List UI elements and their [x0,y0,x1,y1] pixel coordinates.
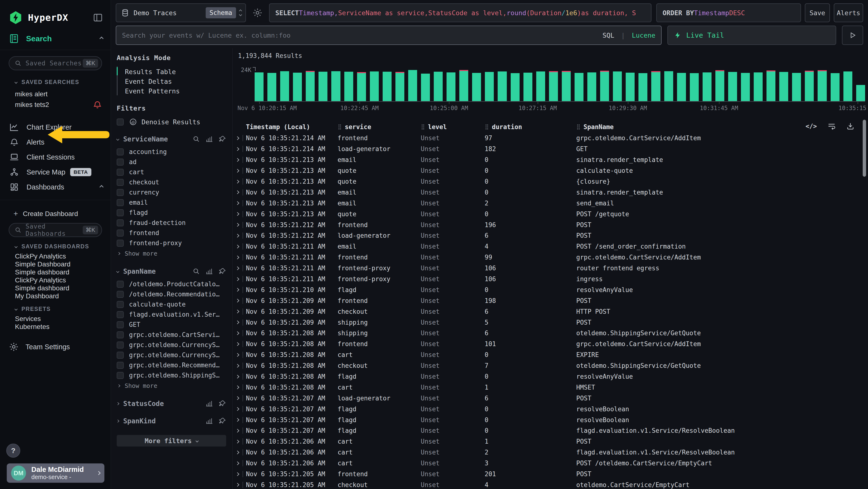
histogram-bar[interactable] [370,71,379,101]
histogram-bar[interactable] [651,71,660,101]
table-row[interactable]: Nov 6 10:35:21.207 AMflagdUnset0resolveB… [233,404,868,414]
chevron-right-icon[interactable] [236,255,240,259]
histogram-bar[interactable] [856,85,865,101]
chevron-right-icon[interactable] [236,418,240,422]
table-row[interactable]: Nov 6 10:35:21.205 AMcheckoutUnset4oteld… [233,480,868,489]
checkbox[interactable] [117,352,124,359]
histogram-bar[interactable] [396,72,404,101]
expand-cell[interactable] [233,438,246,444]
expand-cell[interactable] [233,427,246,434]
chevron-right-icon[interactable] [236,212,240,216]
checkbox[interactable] [117,342,124,348]
histogram-bar[interactable] [613,71,622,101]
analysis-mode-event-deltas[interactable]: Event Deltas [118,76,226,86]
filter-option[interactable]: GET [117,320,226,330]
table-row[interactable]: Nov 6 10:35:21.205 AMfrontendUnset201POS… [233,469,868,480]
histogram-bar[interactable] [446,73,456,101]
histogram-bar[interactable] [549,71,558,101]
chevron-up-icon[interactable] [100,37,104,41]
checkbox[interactable] [117,321,124,328]
chevron-right-icon[interactable] [236,429,240,433]
histogram-bar[interactable] [587,73,596,101]
histogram-bar[interactable] [575,73,584,101]
filter-option[interactable]: frontend-proxy [117,238,226,248]
expand-cell[interactable] [233,222,246,228]
checkbox[interactable] [117,230,124,236]
filter-option[interactable]: flagd.evaluation.v1.Ser… [117,310,226,320]
saved-dashboard-item[interactable]: My Dashboard [15,292,111,300]
sidebar-item-dashboards[interactable]: Dashboards [0,179,111,195]
table-row[interactable]: Nov 6 10:35:21.214 AMload-generatorUnset… [233,144,868,154]
col-service[interactable]: service [338,123,421,131]
expand-cell[interactable] [233,232,246,239]
checkbox[interactable] [117,209,124,216]
histogram-bar[interactable] [741,73,750,101]
expand-cell[interactable] [233,449,246,456]
table-row[interactable]: Nov 6 10:35:21.208 AMfrontendUnset101grp… [233,339,868,349]
show-more-button[interactable]: Show more [117,249,226,258]
chevron-right-icon[interactable] [236,266,240,270]
histogram-bar[interactable] [562,71,571,101]
denoise-results-toggle[interactable]: Denoise Results [117,118,226,126]
chevron-right-icon[interactable] [236,332,240,335]
histogram-bar[interactable] [715,70,724,101]
histogram-bar[interactable] [728,72,737,101]
expand-cell[interactable] [233,211,246,217]
histogram-bar[interactable] [779,72,788,101]
histogram-bar[interactable] [331,71,340,101]
pin-icon[interactable] [218,400,226,407]
filter-option[interactable]: cart [117,167,226,177]
histogram-bar[interactable] [767,70,775,101]
expand-cell[interactable] [233,319,246,325]
checkbox[interactable] [117,220,124,226]
filter-option[interactable]: flagd [117,207,226,218]
table-row[interactable]: Nov 6 10:35:21.213 AMquoteUnset0calculat… [233,165,868,176]
expand-cell[interactable] [233,276,246,282]
order-by-input[interactable]: ORDER BY Timestamp DESC [656,3,801,22]
filter-option[interactable]: fraud-detection [117,218,226,228]
expand-cell[interactable] [233,460,246,466]
chevron-right-icon[interactable] [236,299,240,303]
chevron-right-icon[interactable] [116,420,119,423]
filter-option[interactable]: grpc.oteldemo.ShippingS… [117,370,226,380]
sidebar-item-search[interactable]: Search [0,25,111,50]
filter-option[interactable]: accounting [117,147,226,157]
expand-cell[interactable] [233,254,246,260]
chevron-right-icon[interactable] [236,407,240,411]
chevron-right-icon[interactable] [236,385,240,389]
saved-dashboard-item[interactable]: Simple dashboard [15,268,111,276]
filter-group-header-SpanName[interactable]: SpanName [117,267,226,276]
histogram-bar[interactable] [664,71,673,101]
table-row[interactable]: Nov 6 10:35:21.207 AMload-generatorUnset… [233,393,868,404]
checkbox[interactable] [117,281,124,288]
source-settings-button[interactable] [251,3,264,22]
source-select[interactable]: Demo Traces Schema [116,3,246,22]
checkbox[interactable] [117,240,124,247]
expand-cell[interactable] [233,189,246,196]
histogram-bar[interactable] [280,71,289,101]
histogram-bar[interactable] [626,73,634,101]
histogram-bar[interactable] [318,72,328,101]
chevron-right-icon[interactable] [236,288,240,292]
chevron-right-icon[interactable] [236,158,240,162]
histogram-bar[interactable] [792,73,801,101]
table-row[interactable]: Nov 6 10:35:21.212 AMfrontendUnset196POS… [233,220,868,230]
chevron-right-icon[interactable] [236,179,240,183]
bar-chart-icon[interactable] [206,135,213,143]
chevron-right-icon[interactable] [236,440,240,443]
expand-cell[interactable] [233,156,246,163]
filter-option[interactable]: /oteldemo.Recommendatio… [117,289,226,299]
presets-header[interactable]: PRESETS [0,306,111,312]
table-row[interactable]: Nov 6 10:35:21.206 AMcartUnset3POST /ote… [233,458,868,469]
expand-cell[interactable] [233,178,246,185]
table-row[interactable]: Nov 6 10:35:21.211 AMemailUnset4POST /se… [233,241,868,252]
checkbox[interactable] [117,362,124,369]
histogram-bar[interactable] [306,71,315,101]
table-row[interactable]: Nov 6 10:35:21.208 AMcartUnset1HMSET [233,382,868,393]
histogram-bar[interactable] [293,73,302,101]
table-row[interactable]: Nov 6 10:35:21.210 AMflagdUnset0resolveA… [233,284,868,295]
chevron-right-icon[interactable] [236,136,240,140]
filter-option[interactable]: currency [117,187,226,197]
chevron-right-icon[interactable] [236,375,240,378]
search-icon[interactable] [192,267,200,275]
